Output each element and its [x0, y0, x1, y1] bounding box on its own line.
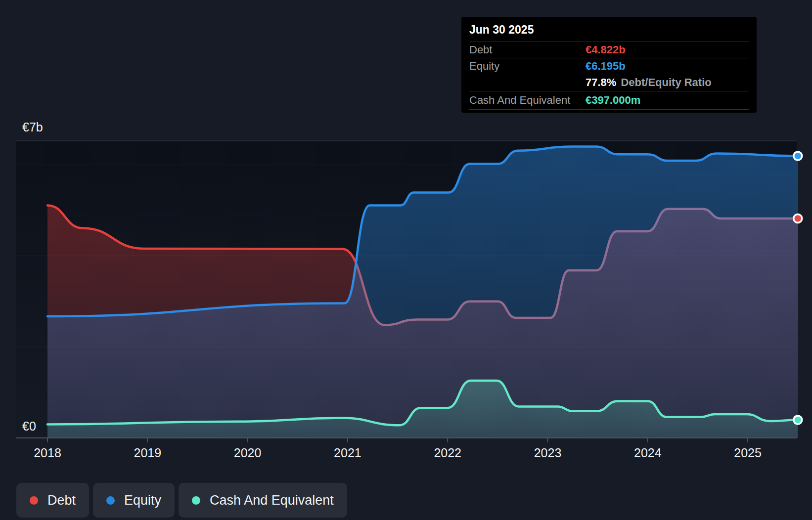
- x-axis-label-2024: 2024: [613, 446, 682, 460]
- tooltip-equity-label: Equity: [469, 60, 586, 73]
- debt-end-marker[interactable]: [794, 214, 802, 222]
- x-axis-label-2025: 2025: [713, 446, 782, 460]
- cash-dot-icon: [192, 496, 200, 505]
- tooltip-cash-value: €397.000m: [586, 94, 640, 107]
- x-axis-label-2022: 2022: [413, 446, 482, 460]
- tooltip-debt-label: Debt: [469, 43, 586, 56]
- x-axis-label-2021: 2021: [313, 446, 382, 460]
- legend-item-label: Debt: [47, 493, 76, 508]
- chart-panel: €7b €0 20182019202020212022202320242025 …: [0, 0, 812, 520]
- legend-item-cash[interactable]: Cash And Equivalent: [179, 483, 347, 518]
- legend-item-label: Equity: [124, 493, 161, 508]
- x-axis-label-2020: 2020: [213, 446, 282, 460]
- legend-item-equity[interactable]: Equity: [93, 483, 175, 518]
- legend-item-debt[interactable]: Debt: [16, 483, 89, 518]
- debt-dot-icon: [30, 496, 38, 505]
- tooltip-row-cash: Cash And Equivalent €397.000m: [469, 91, 749, 110]
- tooltip-row-ratio: 77.8% Debt/Equity Ratio: [469, 74, 749, 91]
- tooltip-ratio-value: 77.8%: [586, 76, 616, 89]
- x-axis-label-2019: 2019: [113, 446, 182, 460]
- x-axis-label-2018: 2018: [13, 446, 82, 460]
- y-axis-label-top: €7b: [22, 120, 43, 134]
- tooltip: Jun 30 2025 Debt €4.822b Equity €6.195b …: [461, 17, 757, 113]
- tooltip-ratio-label: Debt/Equity Ratio: [621, 76, 711, 89]
- legend: DebtEquityCash And Equivalent: [16, 483, 347, 518]
- tooltip-row-equity: Equity €6.195b: [469, 58, 749, 74]
- tooltip-debt-value: €4.822b: [586, 43, 626, 56]
- tooltip-row-debt: Debt €4.822b: [469, 42, 749, 58]
- cash-end-marker[interactable]: [794, 416, 802, 424]
- equity-dot-icon: [106, 496, 115, 505]
- tooltip-date: Jun 30 2025: [469, 17, 749, 42]
- equity-end-marker[interactable]: [794, 152, 802, 160]
- tooltip-cash-label: Cash And Equivalent: [469, 94, 586, 107]
- y-axis-label-bottom: €0: [22, 419, 36, 433]
- tooltip-equity-value: €6.195b: [586, 60, 626, 73]
- legend-item-label: Cash And Equivalent: [210, 493, 334, 508]
- x-axis-label-2023: 2023: [513, 446, 583, 460]
